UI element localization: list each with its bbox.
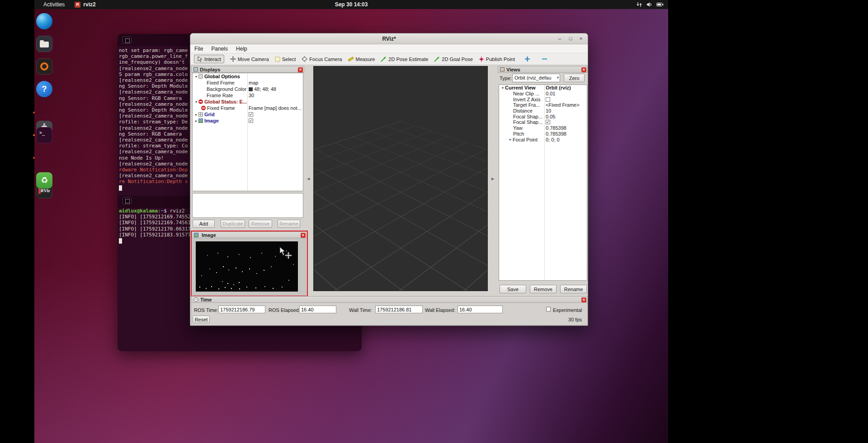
chevron-down-icon[interactable]: ▾ [194, 100, 198, 104]
camera-image[interactable] [196, 241, 298, 292]
tool-interact[interactable]: Interact [194, 55, 224, 63]
time-panel-body: ROS Time: ROS Elapsed: Wall Time: Wall E… [191, 303, 588, 325]
close-views-panel-button[interactable]: × [581, 67, 586, 72]
activities-button[interactable]: Activities [43, 1, 65, 8]
tree-row-global-status[interactable]: ▾ Global Status: E... [193, 99, 303, 105]
plus-icon [524, 56, 530, 62]
chevron-right-icon[interactable]: ▸ [194, 119, 198, 123]
maximize-button[interactable]: □ [567, 35, 574, 42]
view-row-target-frame[interactable]: Target Fra... <Fixed Frame> [499, 102, 587, 108]
focus-camera-icon [302, 56, 307, 62]
image-panel-icon [194, 233, 198, 237]
view-row-yaw[interactable]: Yaw 0.785398 [499, 125, 587, 131]
chevron-right-icon[interactable]: ▸ [508, 137, 513, 141]
view-row-pitch[interactable]: Pitch 0.785398 [499, 131, 587, 137]
close-time-panel-button[interactable]: × [581, 297, 586, 302]
zero-button[interactable]: Zero [564, 74, 585, 82]
folder-icon [40, 42, 49, 47]
view-type-select[interactable]: Orbit (rviz_defau ▾ [512, 74, 560, 82]
view-type-label: Type: [500, 75, 512, 81]
view-row-distance[interactable]: Distance 10 [499, 108, 587, 114]
wall-elapsed-field[interactable] [458, 306, 503, 313]
tree-row-image[interactable]: ▸ Image ✓ [193, 118, 303, 124]
remove-tool-button[interactable] [542, 56, 547, 62]
ros-elapsed-field[interactable] [299, 306, 336, 313]
grid-enabled-checkbox[interactable]: ✓ [249, 112, 253, 117]
terminal-tab-icon[interactable] [123, 37, 132, 44]
tree-row-global-options[interactable]: ▾ Global Options [193, 73, 303, 80]
tool-publish-point[interactable]: Publish Point [479, 57, 515, 62]
image-enabled-checkbox[interactable]: ✓ [249, 118, 253, 123]
running-indicator-settings [33, 112, 35, 113]
menu-file[interactable]: File [190, 45, 207, 53]
tree-row-fixed-frame-error[interactable]: Fixed Frame Frame [map] does not... [193, 105, 303, 111]
close-displays-panel-button[interactable]: × [298, 67, 303, 72]
dock-item-files[interactable] [36, 36, 52, 52]
ros-time-label: ROS Time: [194, 307, 218, 313]
menu-bar: File Panels Help [190, 44, 588, 53]
wall-time-field[interactable] [375, 306, 423, 313]
focused-app-indicator[interactable]: R rviz2 [75, 1, 95, 8]
rename-display-button[interactable]: Rename [278, 220, 300, 228]
select-icon [275, 57, 280, 62]
chevron-down-icon[interactable]: ▾ [500, 86, 505, 90]
view-row-focal-point[interactable]: ▸ Focal Point 0; 0; 0 [499, 137, 587, 142]
tool-focus-camera[interactable]: Focus Camera [302, 56, 342, 62]
terminal2-cursor [119, 238, 122, 244]
display-description-pane [192, 193, 303, 218]
tool-measure[interactable]: Measure [348, 56, 375, 62]
rename-view-button[interactable]: Rename [560, 285, 587, 293]
view-row-focal-shape-size[interactable]: Focal Shap... 0.05 [499, 113, 587, 119]
dock-item-terminal[interactable]: >_ [36, 127, 52, 143]
experimental-checkbox[interactable] [546, 307, 551, 311]
time-panel-title: Time [200, 297, 212, 302]
tool-2d-pose-estimate[interactable]: 2D Pose Estimate [381, 56, 428, 62]
tree-row-frame-rate[interactable]: Frame Rate 30 [193, 92, 303, 99]
grid-display-icon [198, 112, 203, 117]
dock-item-firefox[interactable] [36, 13, 52, 29]
view-row-near-clip[interactable]: Near Clip ... 0.01 [499, 91, 587, 97]
close-button[interactable]: × [577, 35, 585, 42]
time-panel-header[interactable]: Time × [191, 296, 588, 303]
ros-elapsed-label: ROS Elapsed: [269, 307, 300, 313]
chevron-down-icon[interactable]: ▾ [194, 75, 198, 79]
add-display-button[interactable]: Add [193, 220, 215, 228]
dock-item-software[interactable] [36, 58, 52, 75]
collapse-left-splitter[interactable]: ◀ [307, 177, 310, 181]
ros-time-field[interactable] [218, 306, 265, 313]
image-panel-header[interactable]: Image × [192, 231, 307, 238]
displays-panel-header[interactable]: Displays × [191, 66, 304, 73]
tree-row-background-color[interactable]: Background Color 48; 48; 48 [193, 86, 303, 92]
chevron-right-icon[interactable]: ▸ [194, 113, 198, 117]
close-image-panel-button[interactable]: × [301, 233, 306, 238]
view-row-current-view[interactable]: ▾ Current View Orbit (rviz) [499, 85, 587, 91]
tool-select[interactable]: Select [275, 57, 296, 62]
dock-item-updater[interactable]: ♻ [36, 172, 52, 189]
save-view-button[interactable]: Save [500, 285, 526, 293]
3d-viewport[interactable] [313, 66, 488, 291]
view-row-focal-shape-fixed[interactable]: Focal Shap... ✓ [499, 119, 587, 125]
invert-z-checkbox[interactable] [546, 97, 550, 102]
focal-shape-checkbox[interactable]: ✓ [546, 120, 550, 124]
menu-panels[interactable]: Panels [207, 45, 232, 53]
remove-view-button[interactable]: Remove [530, 285, 557, 293]
view-row-invert-z[interactable]: Invert Z Axis [499, 96, 587, 102]
add-tool-button[interactable] [524, 56, 530, 62]
dock-item-help[interactable]: ? [36, 81, 52, 97]
menu-help[interactable]: Help [232, 45, 251, 53]
clock[interactable]: Sep 30 14:03 [335, 1, 368, 8]
reset-button[interactable]: Reset [193, 316, 210, 323]
remove-display-button[interactable]: Remove [249, 220, 272, 228]
tool-2d-goal-pose[interactable]: 2D Goal Pose [434, 56, 472, 62]
tree-row-grid[interactable]: ▸ Grid ✓ [193, 111, 303, 118]
tree-row-fixed-frame[interactable]: Fixed Frame map [193, 80, 303, 86]
terminal2-tab-icon[interactable] [123, 197, 132, 204]
collapse-right-splitter[interactable]: ▶ [491, 177, 494, 181]
views-panel-header[interactable]: Views × [498, 66, 588, 73]
duplicate-display-button[interactable]: Duplicate [221, 220, 245, 228]
tool-move-camera[interactable]: Move Camera [230, 56, 269, 62]
window-titlebar[interactable]: RViz* [190, 33, 588, 44]
views-panel-title: Views [506, 67, 520, 72]
minimize-button[interactable]: – [556, 35, 563, 42]
clock-icon [193, 297, 198, 302]
